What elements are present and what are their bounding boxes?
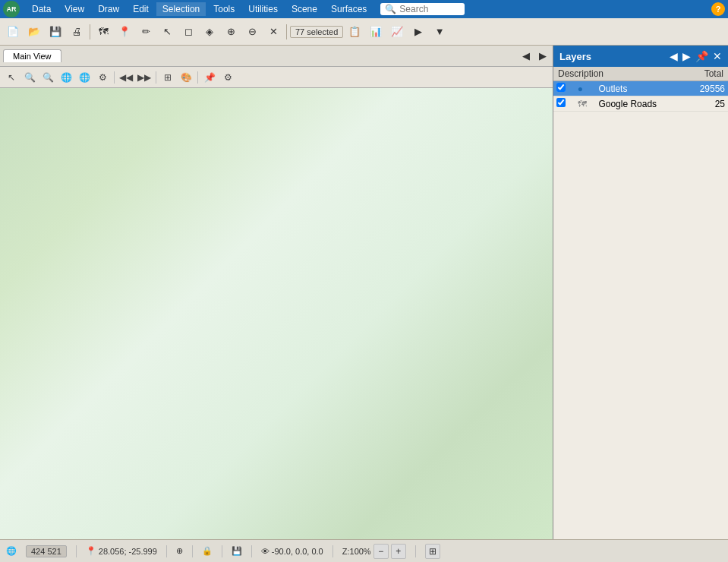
select5-button[interactable]: ⊖ — [242, 22, 262, 42]
status-location: 📍 28.056; -25.999 — [86, 546, 157, 556]
grid-btn[interactable]: ⊞ — [159, 69, 176, 86]
chart-btn[interactable]: 📈 — [387, 22, 407, 42]
select2-button[interactable]: ◻ — [178, 22, 198, 42]
layers-title: Layers — [559, 51, 591, 62]
menu-utilities[interactable]: Utilities — [242, 2, 284, 16]
search-input[interactable] — [399, 4, 460, 14]
status-sep1 — [76, 545, 77, 557]
lock-icon: 🔒 — [202, 546, 213, 556]
status-globe: 🌐 — [6, 546, 17, 556]
menu-surfaces[interactable]: Surfaces — [325, 2, 373, 16]
layer-count-outlets: 29556 — [685, 81, 728, 96]
vt-sep1 — [114, 71, 115, 84]
vt-sep2 — [156, 71, 156, 84]
status-eye: 👁 -90.0, 0.0, 0.0 — [261, 547, 323, 556]
search-icon: 🔍 — [385, 4, 396, 14]
edit-button[interactable]: ✏ — [136, 22, 156, 42]
arrow-tool[interactable]: ↖ — [3, 69, 20, 86]
menu-draw[interactable]: Draw — [92, 2, 125, 16]
eye-value: -90.0, 0.0, 0.0 — [272, 547, 323, 556]
zoom-in-btn[interactable]: 🔍 — [21, 69, 38, 86]
menu-scene[interactable]: Scene — [285, 2, 323, 16]
menu-edit[interactable]: Edit — [127, 2, 155, 16]
main-view-tab[interactable]: Main View — [3, 49, 61, 62]
menu-view[interactable]: View — [58, 2, 90, 16]
new-button[interactable]: 📄 — [3, 22, 23, 42]
main-content: Main View ◀ ▶ ↖ 🔍 🔍 🌐 🌐 ⚙ ◀◀ ▶▶ ⊞ 🎨 📌 ⚙ — [0, 46, 728, 539]
menu-tools[interactable]: Tools — [207, 2, 241, 16]
print-button[interactable]: 🖨 — [67, 22, 87, 42]
layer-count-google-roads: 25 — [685, 96, 728, 112]
expand-panel-btn[interactable]: ▶ — [536, 49, 550, 63]
status-sep7 — [415, 545, 416, 557]
select-button[interactable]: ↖ — [157, 22, 177, 42]
layers-controls: ◀ ▶ 📌 ✕ — [670, 50, 722, 62]
status-zoom[interactable]: 424 521 — [26, 545, 67, 557]
deselect-button[interactable]: ✕ — [263, 22, 283, 42]
close-layers-btn[interactable]: ✕ — [713, 50, 722, 62]
export-btn[interactable]: ▶ — [408, 22, 428, 42]
stats-btn[interactable]: 📊 — [366, 22, 386, 42]
zoom-out-btn[interactable]: 🔍 — [39, 69, 56, 86]
zoom-minus-btn[interactable]: − — [373, 544, 389, 559]
layers-panel: Layers ◀ ▶ 📌 ✕ Description Total — [553, 46, 728, 539]
help-button[interactable]: ? — [711, 2, 725, 16]
pin-btn[interactable]: 📌 — [201, 69, 218, 86]
status-sep5 — [251, 545, 252, 557]
globe-icon: 🌐 — [6, 546, 17, 556]
status-sep6 — [332, 545, 333, 557]
next-btn[interactable]: ▶▶ — [136, 69, 153, 86]
vt-sep3 — [197, 71, 198, 84]
settings-btn[interactable]: ⚙ — [94, 69, 111, 86]
main-toolbar: 📄 📂 💾 🖨 🗺 📍 ✏ ↖ ◻ ◈ ⊕ ⊖ ✕ 77 selected 📋 … — [0, 18, 728, 46]
table-btn[interactable]: 📋 — [345, 22, 364, 42]
menu-data[interactable]: Data — [26, 2, 57, 16]
expand-layers-btn[interactable]: ▶ — [682, 50, 691, 62]
status-sep3 — [192, 545, 193, 557]
open-button[interactable]: 📂 — [24, 22, 44, 42]
collapse-layers-btn[interactable]: ◀ — [670, 50, 678, 62]
select3-button[interactable]: ◈ — [200, 22, 219, 42]
map-button[interactable]: 🗺 — [93, 22, 113, 42]
zoom-plus-btn[interactable]: + — [391, 544, 406, 559]
layers-header: Layers ◀ ▶ 📌 ✕ — [553, 46, 728, 67]
status-sep2 — [166, 545, 167, 557]
eye-icon: 👁 — [261, 547, 269, 556]
selected-count-badge: 77 selected — [290, 26, 343, 38]
status-lock[interactable]: 🔒 — [202, 546, 213, 556]
more-btn[interactable]: ▼ — [430, 22, 449, 42]
prev-btn[interactable]: ◀◀ — [118, 69, 134, 86]
menu-bar: AR Data View Draw Edit Selection Tools U… — [0, 0, 728, 18]
pin-layers-btn[interactable]: 📌 — [695, 50, 708, 62]
view-toolbar: ↖ 🔍 🔍 🌐 🌐 ⚙ ◀◀ ▶▶ ⊞ 🎨 📌 ⚙ — [0, 67, 553, 88]
save-button[interactable]: 💾 — [46, 22, 65, 42]
sep1 — [90, 24, 90, 39]
layer-icon-google-roads: 🗺 — [578, 99, 587, 109]
marker-button[interactable]: 📍 — [115, 22, 134, 42]
layer-name-google-roads: Google Roads — [595, 96, 684, 112]
layer-checkbox-outlets[interactable] — [556, 83, 566, 92]
status-save[interactable]: 💾 — [232, 546, 242, 556]
status-rotation: ⊕ — [176, 546, 183, 556]
map-area[interactable]: Cradle of Humankind Estate Muldersdrift … — [0, 88, 553, 539]
select4-button[interactable]: ⊕ — [221, 22, 241, 42]
map-background — [0, 88, 553, 539]
layer-checkbox-google-roads[interactable] — [556, 98, 566, 107]
layer-row-outlets[interactable]: ● Outlets 29556 — [553, 81, 728, 96]
style-btn[interactable]: 🎨 — [178, 69, 194, 86]
status-bar: 🌐 424 521 📍 28.056; -25.999 ⊕ 🔒 💾 👁 -90.… — [0, 539, 728, 562]
collapse-panel-btn[interactable]: ◀ — [519, 49, 533, 63]
layer-row-google-roads[interactable]: 🗺 Google Roads 25 — [553, 96, 728, 112]
pin-icon: 📍 — [86, 546, 96, 556]
menu-selection[interactable]: Selection — [156, 2, 206, 16]
config-btn[interactable]: ⚙ — [219, 69, 236, 86]
zoom-display: Z:100% — [342, 547, 371, 556]
rotation-icon: ⊕ — [176, 546, 183, 556]
globe-btn[interactable]: 🌐 — [58, 69, 74, 86]
col-total: Total — [685, 67, 728, 81]
layers-table: Description Total ● Outlets 29556 — [553, 67, 728, 112]
layer-icon-outlets: ● — [578, 84, 583, 94]
extra-status-btn[interactable]: ⊞ — [425, 544, 440, 559]
search-box[interactable]: 🔍 — [380, 3, 465, 15]
globe2-btn[interactable]: 🌐 — [76, 69, 93, 86]
